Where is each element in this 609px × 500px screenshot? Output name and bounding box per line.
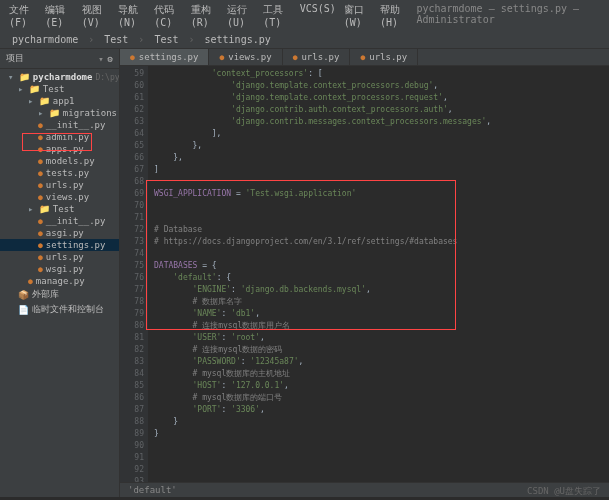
menu-item[interactable]: 视图(V): [79, 2, 113, 29]
tree-item-Test[interactable]: ▸ 📁 Test: [0, 83, 119, 95]
tree-item-__init__-py[interactable]: ● __init__.py: [0, 119, 119, 131]
tree-item-asgi-py[interactable]: ● asgi.py: [0, 227, 119, 239]
python-icon: ●: [360, 53, 365, 62]
line-gutter: 59 60 61 62 63 64 65 66 67 68 69 70 71 7…: [120, 66, 148, 482]
editor-tabs: ● settings.py● views.py● urls.py● urls.p…: [120, 49, 609, 66]
breadcrumb: pycharmdome›Test›Test›settings.py: [0, 31, 609, 49]
tree-item-Test[interactable]: ▸ 📁 Test: [0, 203, 119, 215]
tree-item-views-py[interactable]: ● views.py: [0, 191, 119, 203]
breadcrumb-item[interactable]: pycharmdome: [8, 33, 82, 46]
menu-item[interactable]: 编辑(E): [42, 2, 76, 29]
project-tree: ▾ 📁 pycharmdome D:\pycharmdome▸ 📁 Test▸ …: [0, 69, 119, 319]
watermark: CSDN @U盘失踪了: [527, 485, 601, 498]
breadcrumb-item[interactable]: Test: [150, 33, 182, 46]
gear-icon[interactable]: ⚙: [108, 54, 113, 64]
tree-item-wsgi-py[interactable]: ● wsgi.py: [0, 263, 119, 275]
menu-item[interactable]: VCS(S): [297, 2, 339, 29]
menubar: 文件(F)编辑(E)视图(V)导航(N)代码(C)重构(R)运行(U)工具(T)…: [0, 0, 609, 31]
sidebar-header[interactable]: 项目 ▾ ⚙: [0, 49, 119, 69]
tree-item-__init__-py[interactable]: ● __init__.py: [0, 215, 119, 227]
tree-item-admin-py[interactable]: ● admin.py: [0, 131, 119, 143]
python-icon: ●: [130, 53, 135, 62]
tree-item-migrations[interactable]: ▸ 📁 migrations: [0, 107, 119, 119]
python-icon: ●: [293, 53, 298, 62]
project-label: 项目: [6, 52, 24, 65]
tree-item-tests-py[interactable]: ● tests.py: [0, 167, 119, 179]
editor-tab[interactable]: ● views.py: [209, 49, 282, 65]
menu-item[interactable]: 工具(T): [260, 2, 294, 29]
editor-tab[interactable]: ● urls.py: [283, 49, 351, 65]
menu-item[interactable]: 帮助(H): [377, 2, 411, 29]
python-icon: ●: [219, 53, 224, 62]
tree-item-models-py[interactable]: ● models.py: [0, 155, 119, 167]
project-sidebar: 项目 ▾ ⚙ ▾ 📁 pycharmdome D:\pycharmdome▸ 📁…: [0, 49, 120, 497]
window-title: pycharmdome – settings.py – Administrato…: [413, 2, 603, 29]
menu-item[interactable]: 重构(R): [188, 2, 222, 29]
breadcrumb-item[interactable]: settings.py: [201, 33, 275, 46]
menu-item[interactable]: 文件(F): [6, 2, 40, 29]
tree-item-app1[interactable]: ▸ 📁 app1: [0, 95, 119, 107]
tree-item-manage-py[interactable]: ● manage.py: [0, 275, 119, 287]
tree-item-urls-py[interactable]: ● urls.py: [0, 251, 119, 263]
tree-root[interactable]: ▾ 📁 pycharmdome D:\pycharmdome: [0, 71, 119, 83]
tree-item-apps-py[interactable]: ● apps.py: [0, 143, 119, 155]
editor-tab[interactable]: ● urls.py: [350, 49, 418, 65]
tree-item--[interactable]: 📦 外部库: [0, 287, 119, 302]
menu-item[interactable]: 导航(N): [115, 2, 149, 29]
menu-item[interactable]: 窗口(W): [341, 2, 375, 29]
menu-item[interactable]: 代码(C): [151, 2, 185, 29]
tree-item--[interactable]: 📄 临时文件和控制台: [0, 302, 119, 317]
tree-item-settings-py[interactable]: ● settings.py: [0, 239, 119, 251]
code-editor[interactable]: 'context_processors': [ 'django.template…: [148, 66, 609, 482]
breadcrumb-item[interactable]: Test: [100, 33, 132, 46]
tree-item-urls-py[interactable]: ● urls.py: [0, 179, 119, 191]
editor-tab[interactable]: ● settings.py: [120, 49, 209, 65]
menu-item[interactable]: 运行(U): [224, 2, 258, 29]
